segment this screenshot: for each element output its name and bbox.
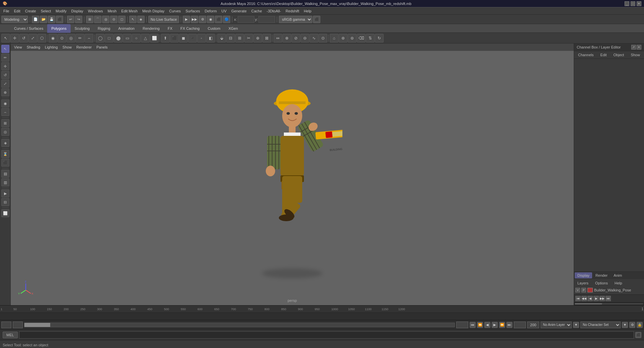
- render-opts-btn[interactable]: ⚙: [199, 16, 206, 23]
- append-btn[interactable]: ◼: [179, 34, 188, 42]
- layer-visibility-btn[interactable]: V: [575, 288, 580, 292]
- history-btn[interactable]: ⌛: [1, 150, 9, 158]
- menu-redshift[interactable]: Redshift: [284, 8, 301, 14]
- shading-menu-btn[interactable]: Shading: [25, 45, 42, 50]
- coord-y-field[interactable]: 1.00: [258, 16, 275, 23]
- insert-loop-btn[interactable]: ⊠: [262, 34, 271, 42]
- scale-tool[interactable]: ⤢: [1, 80, 9, 88]
- disk-btn[interactable]: ⬜: [150, 34, 159, 42]
- goto-end-play-btn[interactable]: ⏭: [506, 322, 512, 328]
- menu-curves[interactable]: Curves: [167, 8, 183, 14]
- viewport[interactable]: View Shading Lighting Show Renderer Pane…: [11, 44, 574, 305]
- bevel-btn[interactable]: ⬙: [217, 34, 226, 42]
- tab-render[interactable]: Render: [593, 272, 610, 278]
- undo-btn[interactable]: ↩: [67, 16, 74, 23]
- lasso-tool[interactable]: ⌢: [1, 108, 9, 116]
- rewind-btn[interactable]: ⏮: [470, 322, 476, 328]
- gamma-dropdown[interactable]: sRGB gamma Linear: [279, 16, 312, 23]
- boolean-btn[interactable]: ⊖: [301, 34, 309, 42]
- paint-select-tool[interactable]: ✏: [1, 54, 9, 62]
- timeline-range-bar[interactable]: [24, 323, 455, 327]
- menu-mesh[interactable]: Mesh: [105, 8, 118, 14]
- select-by-type-btn[interactable]: ◈: [137, 16, 145, 23]
- tab-fx[interactable]: FX: [164, 24, 176, 33]
- minimize-button[interactable]: _: [625, 1, 629, 6]
- connect-btn[interactable]: ⊕: [253, 34, 262, 42]
- step-fwd-play-btn[interactable]: ⏩: [499, 322, 505, 328]
- tab-sculpting[interactable]: Sculpting: [71, 24, 94, 33]
- mirror-btn[interactable]: ⇔: [273, 34, 282, 42]
- cone-btn[interactable]: △: [141, 34, 150, 42]
- start-frame-input[interactable]: 1: [1, 322, 11, 328]
- menu-surfaces[interactable]: Surfaces: [183, 8, 202, 14]
- menu-edit-mesh[interactable]: Edit Mesh: [119, 8, 140, 14]
- tab-custom[interactable]: Custom: [204, 24, 225, 33]
- soft-sel-btn[interactable]: ◉: [49, 34, 57, 42]
- soft-select-tool[interactable]: ◉: [1, 99, 9, 107]
- edge-ring-btn[interactable]: ⊞: [235, 34, 244, 42]
- snap-grid-tool[interactable]: ⊞: [1, 119, 9, 127]
- options-tab[interactable]: Options: [593, 280, 610, 286]
- render-seq-btn[interactable]: ▶▶: [191, 16, 198, 23]
- soft-sel2-btn[interactable]: ⊙: [58, 34, 66, 42]
- menu-edit[interactable]: Edit: [12, 8, 22, 14]
- snap-proj-btn[interactable]: ⊙: [110, 16, 117, 23]
- weld-btn[interactable]: ⊛: [339, 34, 347, 42]
- layers-tab[interactable]: Layers: [575, 280, 590, 286]
- range-end-input[interactable]: 120: [456, 322, 468, 328]
- script-editor-btn[interactable]: ⬛: [635, 332, 641, 338]
- save-as-btn[interactable]: ⬛: [56, 16, 63, 23]
- tab-object[interactable]: Object: [611, 52, 627, 58]
- tab-polygons[interactable]: Polygons: [47, 24, 70, 33]
- fill-btn[interactable]: ◾: [188, 34, 197, 42]
- panel-close-btn[interactable]: ✕: [637, 45, 641, 50]
- layer-playback-btn[interactable]: P: [581, 288, 586, 292]
- poke-btn[interactable]: ◦: [197, 34, 206, 42]
- render-settings-btn[interactable]: ⬛: [215, 16, 222, 23]
- anim-layer-dropdown[interactable]: No Anim Layer: [541, 322, 572, 328]
- paint-sel-btn[interactable]: ✏: [76, 34, 84, 42]
- tab-xgen[interactable]: XGen: [224, 24, 242, 33]
- tab-display[interactable]: Display: [575, 272, 592, 278]
- layer-editor-btn[interactable]: ▤: [1, 170, 9, 178]
- universal-manip-btn[interactable]: ⬡: [37, 34, 46, 42]
- mel-tab[interactable]: MEL: [3, 332, 18, 338]
- sphere-btn[interactable]: ◯: [96, 34, 104, 42]
- select-tool-btn[interactable]: ↖: [1, 34, 10, 42]
- smooth-btn[interactable]: ∿: [310, 34, 318, 42]
- extrude-btn[interactable]: ⬆: [161, 34, 170, 42]
- collapse-btn[interactable]: ⌫: [357, 34, 366, 42]
- open-file-btn[interactable]: 📂: [40, 16, 47, 23]
- end-total-input[interactable]: [527, 322, 539, 328]
- universal-tool[interactable]: ⊕: [1, 88, 9, 96]
- flip-btn[interactable]: ⇅: [366, 34, 375, 42]
- save-file-btn[interactable]: 💾: [48, 16, 55, 23]
- panels-menu-btn[interactable]: Panels: [94, 45, 110, 50]
- tab-show[interactable]: Show: [628, 52, 643, 58]
- tab-rendering[interactable]: Rendering: [139, 24, 164, 33]
- current-frame-input[interactable]: 1: [13, 322, 23, 328]
- play-back-play-btn[interactable]: ◀: [484, 322, 490, 328]
- show-grid-btn[interactable]: ⊟: [1, 198, 9, 206]
- tab-curves-surfaces[interactable]: Curves / Surfaces: [10, 24, 47, 33]
- end-frame-input[interactable]: 120: [514, 322, 526, 328]
- panel-float-btn[interactable]: ↗: [631, 45, 636, 50]
- menu-help[interactable]: Help: [302, 8, 314, 14]
- render-region-btn[interactable]: ▶: [183, 16, 190, 23]
- soft-sel3-btn[interactable]: ◎: [67, 34, 75, 42]
- show-menu-btn[interactable]: Show: [61, 45, 74, 50]
- no-live-surface-btn[interactable]: No Live Surface: [148, 16, 179, 23]
- bridge-btn[interactable]: ⬛: [170, 34, 179, 42]
- menu-select[interactable]: Select: [39, 8, 53, 14]
- menu-modify[interactable]: Modify: [54, 8, 68, 14]
- select-mode-btn[interactable]: ↖: [129, 16, 137, 23]
- mel-command-input[interactable]: [19, 331, 634, 339]
- restore-button[interactable]: □: [631, 1, 635, 6]
- tab-fx-caching[interactable]: FX Caching: [176, 24, 204, 33]
- quick-layout-btn[interactable]: ⬜: [1, 209, 9, 217]
- rotate-tool[interactable]: ↺: [1, 71, 9, 79]
- loop-cut-btn[interactable]: ⊟: [226, 34, 235, 42]
- renderer-menu-btn[interactable]: Renderer: [74, 45, 94, 50]
- snap-point-tool[interactable]: ◎: [1, 128, 9, 136]
- step-back-btn[interactable]: ◀◀: [581, 296, 587, 301]
